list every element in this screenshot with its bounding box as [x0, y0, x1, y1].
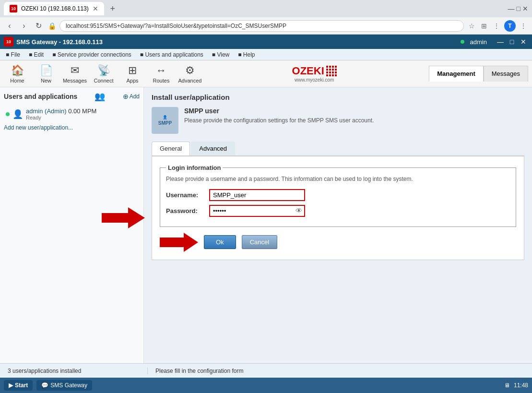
user-avatar-icon: 👤 [12, 109, 23, 119]
menu-edit[interactable]: ■ Edit [25, 50, 47, 59]
show-password-icon[interactable]: 👁 [296, 207, 302, 214]
toolbar-new-button[interactable]: 📄 New [33, 62, 59, 85]
content-panel: Install user/application 👤 SMPP SMPP use… [144, 87, 532, 363]
app-maximize-button[interactable]: □ [507, 37, 517, 47]
advanced-label: Advanced [178, 78, 202, 83]
status-online-dot [461, 40, 464, 44]
install-desc: Please provide the configuration setting… [184, 117, 374, 125]
ozeki-logo-text: OZEKI [292, 65, 324, 77]
bookmark-icon[interactable]: ☆ [467, 21, 476, 31]
menu-service-provider[interactable]: ■ Service provider connections [48, 50, 135, 59]
sms-gateway-label: SMS Gateway [50, 382, 87, 389]
toolbar-home-button[interactable]: 🏠 Home [4, 62, 31, 85]
users-icon: 👥 [95, 91, 105, 102]
apps-label: Apps [126, 78, 138, 83]
management-tab[interactable]: Management [429, 66, 483, 82]
new-tab-button[interactable]: + [106, 2, 119, 15]
app-minimize-button[interactable]: — [496, 37, 505, 47]
status-right: Please fill in the configuration form [148, 368, 251, 374]
browser-titlebar: 10 OZEKI 10 (192.168.0.113) ✕ + — □ ✕ [0, 0, 532, 17]
back-button[interactable]: ‹ [4, 20, 15, 32]
sidebar-header: Users and applications 👥 ⊕ Add [4, 91, 140, 102]
start-icon: ▶ [9, 382, 13, 389]
toolbar: 🏠 Home 📄 New ✉ Messages 📡 Connect ⊞ Apps… [0, 60, 532, 87]
ok-button[interactable]: Ok [204, 235, 236, 249]
start-button[interactable]: ▶ Start [4, 380, 33, 391]
add-new-user-link[interactable]: Add new user/application... [4, 124, 140, 131]
fieldset-legend: Login information [166, 164, 223, 171]
home-icon: 🏠 [11, 64, 24, 77]
tab-close-button[interactable]: ✕ [93, 5, 98, 12]
menu-users[interactable]: ■ Users and applications [136, 50, 207, 59]
app-titlebar-right: admin — □ ✕ [461, 37, 528, 47]
management-tabs: Management Messages [429, 66, 528, 82]
user-info: admin (Admin) 0.00 MPM Ready [26, 107, 138, 120]
toolbar-routes-button[interactable]: ↔ Routes [148, 62, 175, 85]
window-controls: — □ ✕ [508, 5, 528, 12]
install-title: SMPP user [184, 107, 374, 115]
smpp-icon: 👤 SMPP [152, 107, 178, 134]
messages-tab[interactable]: Messages [484, 66, 528, 82]
apps-icon: ⊞ [128, 64, 137, 77]
tab-general[interactable]: General [152, 142, 190, 155]
app-close-button[interactable]: ✕ [519, 37, 528, 47]
app-title: SMS Gateway - 192.168.0.113 [16, 38, 461, 46]
menu-help[interactable]: ■ Help [234, 50, 259, 59]
new-icon: 📄 [40, 64, 53, 77]
login-info-fieldset: Login information Please provide a usern… [160, 164, 516, 227]
main-area: Users and applications 👥 ⊕ Add 👤 admin (… [0, 87, 532, 363]
toolbar-connect-button[interactable]: 📡 Connect [90, 62, 117, 85]
taskbar-right: 🖥 11:48 [504, 382, 528, 389]
tab-advanced[interactable]: Advanced [191, 142, 235, 155]
routes-label: Routes [153, 78, 170, 83]
extensions-icon[interactable]: ⊞ [479, 21, 489, 31]
app-window-controls: — □ ✕ [496, 37, 528, 47]
cancel-button[interactable]: Cancel [242, 235, 277, 249]
browser-tab[interactable]: 10 OZEKI 10 (192.168.0.113) ✕ [4, 2, 104, 15]
app-favicon: 10 [4, 37, 13, 47]
monitor-icon: 🖥 [504, 382, 510, 389]
settings-icon[interactable]: ⋮ [519, 21, 528, 31]
user-online-indicator [6, 112, 10, 116]
add-user-button[interactable]: ⊕ Add [123, 93, 140, 100]
close-button[interactable]: ✕ [522, 5, 528, 12]
sms-gateway-taskbar-item[interactable]: 💬 SMS Gateway [36, 380, 92, 391]
connect-icon: 📡 [97, 64, 110, 77]
password-label: Password: [166, 207, 209, 214]
forward-button[interactable]: › [18, 20, 30, 32]
menu-view[interactable]: ■ View [208, 50, 233, 59]
taskbar-clock: 11:48 [514, 382, 528, 389]
username-input[interactable] [209, 189, 305, 201]
address-bar-icons: ☆ ⊞ ⋮ T ⋮ [467, 20, 528, 32]
ozeki-url: www.myozeki.com [295, 77, 334, 83]
user-name: admin (Admin) 0.00 MPM [26, 107, 138, 115]
username-label: Username: [166, 191, 209, 199]
address-input[interactable] [59, 20, 464, 32]
new-label: New [41, 78, 51, 83]
lock-icon: 🔒 [47, 21, 57, 31]
admin-link[interactable]: admin (Admin) [26, 107, 68, 115]
password-wrapper: 👁 [209, 205, 305, 217]
sidebar: Users and applications 👥 ⊕ Add 👤 admin (… [0, 87, 144, 363]
svg-marker-0 [160, 233, 198, 252]
password-input[interactable] [209, 205, 305, 217]
password-row: Password: 👁 [166, 205, 510, 217]
toolbar-messages-button[interactable]: ✉ Messages [61, 62, 88, 85]
user-status: Ready [26, 115, 138, 120]
add-label: Add [130, 93, 140, 100]
ozeki-grid-icon [326, 66, 337, 76]
more-icon[interactable]: ⋮ [492, 21, 501, 31]
home-label: Home [10, 78, 24, 83]
menu-file[interactable]: ■ File [2, 50, 24, 59]
minimize-button[interactable]: — [508, 5, 515, 12]
messages-icon: ✉ [71, 64, 79, 77]
tab-favicon: 10 [10, 5, 17, 12]
menu-bar: ■ File ■ Edit ■ Service provider connect… [0, 49, 532, 60]
toolbar-advanced-button[interactable]: ⚙ Advanced [177, 62, 203, 85]
profile-icon[interactable]: T [504, 20, 516, 32]
reload-button[interactable]: ↻ [33, 20, 44, 32]
connect-label: Connect [94, 78, 114, 83]
toolbar-apps-button[interactable]: ⊞ Apps [119, 62, 146, 85]
arrow-indicator [160, 233, 198, 252]
maximize-button[interactable]: □ [517, 5, 520, 12]
